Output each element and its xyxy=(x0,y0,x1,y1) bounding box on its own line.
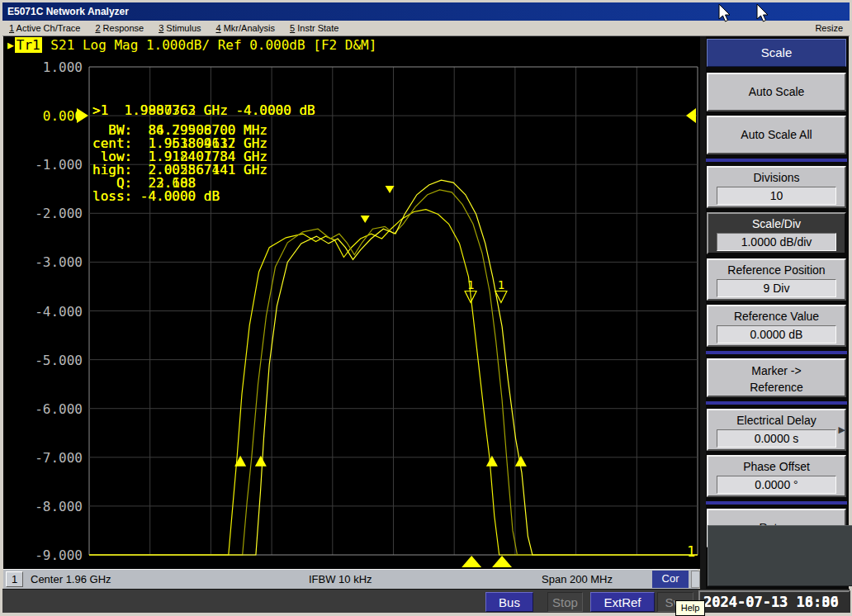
menu-item-instr-state[interactable]: 5 Instr State xyxy=(290,21,338,36)
span-label: Span 200 MHz xyxy=(542,573,613,585)
y-axis-tick-label: -9.000 xyxy=(7,547,83,563)
menu-items: 1 Active Ch/Trace2 Response3 Stimulus4 M… xyxy=(2,23,347,33)
softkey-separator xyxy=(706,401,847,405)
instrument-status-bar: BusStopExtRefSvc 2024-07-13 18:30 2024-0… xyxy=(2,589,850,613)
softkey-marker-reference[interactable]: Marker -> Reference xyxy=(707,358,846,397)
status-badge-bus: Bus xyxy=(485,592,533,612)
softkey-value: 0.0000 dB xyxy=(717,325,836,344)
softkey-reference-value[interactable]: Reference Value0.0000 dB xyxy=(707,305,846,347)
softkey-phase-offset[interactable]: Phase Offset0.0000 ° xyxy=(707,455,846,497)
center-frequency-label: Center 1.96 GHz xyxy=(31,573,111,585)
datetime: 2024-07-13 16:06 xyxy=(703,594,849,610)
app-window: { "window": { "title": "E5071C Network A… xyxy=(0,0,852,616)
y-axis-tick-label: -3.000 xyxy=(7,254,83,270)
y-axis-tick-label: -1.000 xyxy=(7,157,83,173)
softkey-label: Auto Scale All xyxy=(708,117,845,153)
sidebar-bottom-panel xyxy=(708,525,852,586)
svg-text:1: 1 xyxy=(498,278,504,291)
softkey-auto-scale-all[interactable]: Auto Scale All xyxy=(707,116,846,154)
softkey-label: Electrical Delay xyxy=(708,410,845,429)
datetime-box: 2024-07-13 18:30 2024-07-13 16:06 xyxy=(698,590,850,613)
menu-item-mkr-analysis[interactable]: 4 Mkr/Analysis xyxy=(216,21,276,36)
softkey-scale-div[interactable]: Scale/Div1.0000 dB/div xyxy=(707,212,846,254)
softkey-separator xyxy=(706,501,847,505)
menu-item-resize[interactable]: Resize xyxy=(815,21,843,36)
menu-item-stimulus[interactable]: 3 Stimulus xyxy=(159,21,201,36)
softkey-auto-scale[interactable]: Auto Scale xyxy=(707,73,846,111)
y-axis-tick-label: -8.000 xyxy=(7,499,83,514)
mouse-cursor-icon xyxy=(718,3,732,23)
marker-readout-line-frame-a: >1 1.9900763 GHz -4.0000 dB xyxy=(92,104,315,117)
mouse-cursor-icon xyxy=(756,3,770,23)
status-end-box xyxy=(691,571,700,588)
softkey-value: 9 Div xyxy=(717,279,836,297)
svg-text:1: 1 xyxy=(467,278,474,291)
softkey-label: Marker -> Reference xyxy=(708,360,845,396)
softkey-label: Reference Position xyxy=(708,260,845,278)
softkey-value: 1.0000 dB/div xyxy=(717,233,836,251)
channel-status-bar: 1 Center 1.96 GHz IFBW 10 kHz Span 200 M… xyxy=(3,569,698,589)
softkey-separator xyxy=(706,159,847,162)
softkey-value: 0.0000 ° xyxy=(717,476,836,494)
sidebar-edge-strip xyxy=(700,36,706,589)
bandwidth-readout-frame-a: BW: 84.79506700 MHz cent: 1.961809617 GH… xyxy=(92,124,267,203)
ifbw-label: IFBW 10 kHz xyxy=(309,573,372,585)
submenu-arrow-icon: ▶ xyxy=(839,424,845,435)
channel-number-box: 1 xyxy=(6,571,23,587)
softkey-menu-title: Scale xyxy=(707,39,846,67)
y-axis-tick-label: -4.000 xyxy=(7,304,83,320)
softkey-label: Reference Value xyxy=(708,306,845,325)
y-axis-tick-label: 0.000 xyxy=(7,108,83,124)
correction-status-badge: Cor xyxy=(652,571,689,588)
y-axis-tick-label: -5.000 xyxy=(7,353,83,368)
window-title: E5071C Network Analyzer xyxy=(7,6,129,17)
softkey-label: Divisions xyxy=(708,168,845,186)
y-axis-tick-label: 1.000 xyxy=(7,59,83,75)
status-badge-extref: ExtRef xyxy=(590,592,655,612)
y-axis-tick-label: -6.000 xyxy=(7,401,83,417)
y-axis-tick-label: -2.000 xyxy=(7,206,83,221)
analyzer-screen: ▶Tr1 S21 Log Mag 1.000dB/ Ref 0.000dB [F… xyxy=(3,36,700,569)
softkey-electrical-delay[interactable]: Electrical Delay0.0000 s▶ xyxy=(707,409,846,451)
softkey-value: 0.0000 s xyxy=(717,429,836,448)
y-axis-tick-label: -7.000 xyxy=(7,450,83,466)
softkey-sidebar: Scale Auto ScaleAuto Scale AllDivisions1… xyxy=(700,36,849,589)
softkey-reference-position[interactable]: Reference Position9 Div xyxy=(707,258,846,301)
menu-item-response[interactable]: 2 Response xyxy=(95,21,144,36)
softkey-value: 10 xyxy=(717,187,836,205)
softkey-divisions[interactable]: Divisions10 xyxy=(707,166,846,208)
softkey-label: Phase Offset xyxy=(708,457,845,475)
svg-text:1: 1 xyxy=(687,543,695,560)
softkey-label: Auto Scale xyxy=(708,74,845,110)
help-tooltip: Help xyxy=(675,600,705,616)
softkey-separator xyxy=(706,351,847,354)
menu-item-active-ch-trace[interactable]: 1 Active Ch/Trace xyxy=(9,21,80,36)
softkey-label: Scale/Div xyxy=(708,214,845,232)
status-badge-stop: Stop xyxy=(547,592,583,612)
